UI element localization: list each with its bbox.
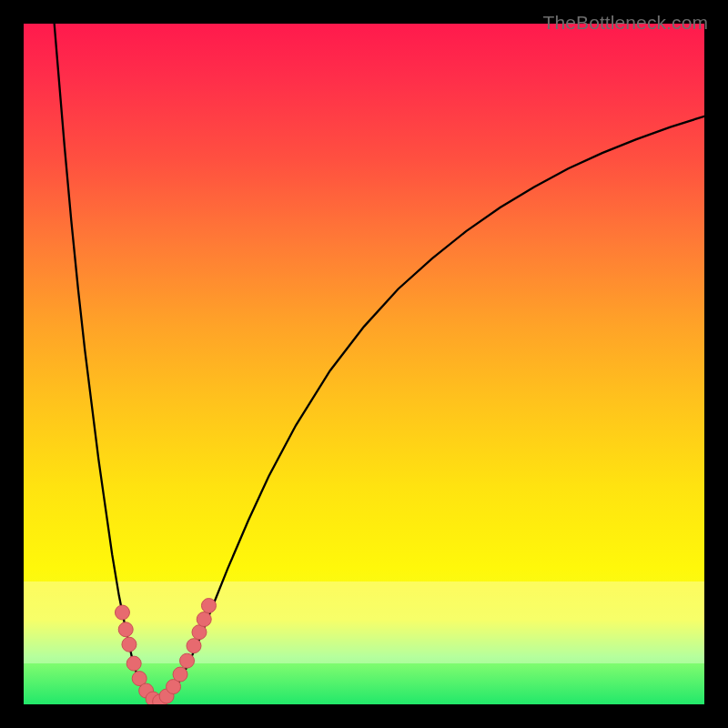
marker-point [115,605,129,620]
marker-point [192,625,207,640]
plot-area [24,24,704,704]
chart-container: TheBottleneck.com [0,0,728,728]
marker-point [197,612,211,627]
marker-point [126,656,141,671]
markers-group [115,599,216,704]
bottleneck-curve [55,24,704,704]
marker-point [122,637,136,652]
marker-point [173,667,187,682]
marker-point [187,639,201,653]
marker-point [180,653,195,668]
marker-point [201,599,216,613]
watermark-text: TheBottleneck.com [543,12,708,34]
curve-svg [24,24,704,704]
marker-point [118,622,133,637]
